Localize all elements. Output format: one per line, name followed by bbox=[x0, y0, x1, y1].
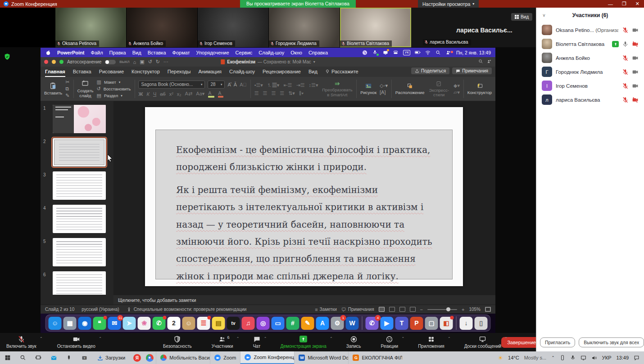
volume-tray-icon[interactable] bbox=[591, 355, 597, 361]
microphone-status-icon[interactable] bbox=[372, 49, 378, 55]
subscript-icon[interactable]: x₂ bbox=[177, 91, 181, 97]
grow-font-icon[interactable]: А̂ bbox=[227, 82, 231, 87]
camera-icon[interactable] bbox=[632, 27, 639, 33]
apple-menu-icon[interactable] bbox=[45, 49, 51, 55]
caret-up-icon[interactable]: ⌃ bbox=[99, 337, 102, 341]
video-tile[interactable]: Oksana Petinova bbox=[55, 8, 127, 47]
font-color-button[interactable]: А bbox=[218, 90, 223, 98]
toolbar-micoff-button[interactable]: ⌃Включить звук bbox=[6, 336, 36, 349]
language-indicator[interactable]: УКР bbox=[602, 355, 612, 360]
camera-icon[interactable] bbox=[632, 83, 639, 89]
pinned-app-icon[interactable] bbox=[61, 351, 77, 364]
caret-up-icon[interactable]: ⌃ bbox=[236, 337, 240, 341]
character-spacing-icon[interactable]: А⇄ bbox=[185, 91, 193, 97]
search-icon[interactable] bbox=[478, 59, 483, 65]
zoom-out-button[interactable]: − bbox=[420, 307, 423, 312]
menubar-menu-Сервис[interactable]: Сервис bbox=[236, 50, 253, 55]
cut-icon[interactable]: ✂ bbox=[65, 79, 69, 85]
toolbar-smile-button[interactable]: ⌃Реакции bbox=[381, 336, 399, 349]
font-size-select[interactable]: 28▾ bbox=[208, 81, 225, 89]
align-center-icon[interactable]: ☰ bbox=[263, 90, 268, 96]
copy-icon[interactable]: ⧉ bbox=[65, 86, 69, 92]
language-indicator[interactable]: русский (Украина) bbox=[82, 307, 119, 312]
display-status-icon[interactable] bbox=[382, 49, 388, 55]
slide-thumbnail-6[interactable] bbox=[53, 271, 106, 295]
camera-off-icon[interactable] bbox=[632, 41, 639, 47]
arrange-button[interactable]: Расположение bbox=[395, 83, 425, 95]
bullets-icon[interactable]: •☰▾ bbox=[254, 82, 263, 88]
video-tile[interactable]: Ігор Семенов bbox=[198, 8, 269, 47]
decrease-indent-icon[interactable]: ⇤☰ bbox=[283, 82, 292, 88]
dock-apple-tv-icon[interactable]: tv bbox=[227, 317, 240, 330]
dock-photos-icon[interactable]: ❀ bbox=[138, 317, 151, 330]
tab-Вид[interactable]: Вид bbox=[308, 69, 317, 77]
menubar-menu-Правка[interactable]: Правка bbox=[109, 50, 126, 55]
menubar-menu-Слайд-шоу[interactable]: Слайд-шоу bbox=[259, 50, 284, 55]
increase-indent-icon[interactable]: ⇥☰ bbox=[296, 82, 304, 88]
new-slide-button[interactable]: Создать слайд bbox=[77, 80, 93, 98]
zoom-in-button[interactable]: + bbox=[462, 307, 464, 312]
zoom-traffic-light[interactable] bbox=[59, 60, 63, 64]
camera-icon[interactable] bbox=[632, 69, 639, 75]
taskbar-clock[interactable]: 13:49 bbox=[616, 355, 629, 360]
bold-icon[interactable]: Ж bbox=[138, 91, 143, 97]
notes-toggle[interactable]: ≡Заметки bbox=[315, 307, 337, 312]
chrome-icon[interactable] bbox=[143, 351, 156, 364]
tab-Рисование[interactable]: Рисование bbox=[99, 69, 124, 77]
caret-up-icon[interactable]: ⌃ bbox=[504, 337, 508, 341]
slide[interactable]: Екофемінізм - це феміністична філософія … bbox=[145, 107, 463, 286]
shrink-font-icon[interactable]: А̌ bbox=[234, 82, 237, 87]
dock-viber-icon[interactable]: ✆4 bbox=[366, 317, 379, 330]
fit-to-window-icon[interactable] bbox=[485, 307, 491, 312]
dock-teams-icon[interactable]: T bbox=[395, 317, 408, 330]
paste-button[interactable]: Вставить bbox=[44, 82, 62, 95]
control-center-icon[interactable] bbox=[393, 49, 399, 55]
normal-view-icon[interactable] bbox=[379, 307, 385, 312]
participant-row[interactable]: ллариса Васильєва bbox=[536, 93, 644, 107]
slide-thumbnail-3[interactable] bbox=[53, 171, 106, 200]
muted-mic-icon[interactable] bbox=[622, 55, 629, 61]
shape-outline-icon[interactable]: ▱▾ bbox=[454, 90, 460, 95]
align-right-icon[interactable]: ☰ bbox=[271, 90, 276, 96]
menubar-menu-Файл[interactable]: Файл bbox=[91, 50, 103, 55]
dock-facetime-icon[interactable]: ✆ bbox=[153, 317, 166, 330]
tab-Конструктор[interactable]: Конструктор bbox=[132, 69, 160, 77]
dock-powerpoint-icon[interactable]: P bbox=[410, 317, 423, 330]
video-tile[interactable]: Віолетта Світлакова bbox=[340, 8, 411, 47]
reset-button[interactable]: ↺Восстановить bbox=[97, 86, 131, 92]
dock-safari-icon[interactable]: ◉ bbox=[78, 317, 91, 330]
reading-view-icon[interactable] bbox=[399, 307, 405, 312]
dock-mail-icon[interactable]: ✉11 bbox=[108, 317, 121, 330]
tab-Вставка[interactable]: Вставка bbox=[73, 69, 91, 77]
menubar-menu-Упорядочение[interactable]: Упорядочение bbox=[196, 50, 229, 55]
underline-icon[interactable]: Ч bbox=[153, 91, 156, 97]
text-direction-icon[interactable]: ⇅▾ bbox=[288, 90, 295, 96]
justify-icon[interactable]: ☰ bbox=[280, 90, 284, 96]
menubar-menu-Вид[interactable]: Вид bbox=[132, 50, 141, 55]
tab-tell-me[interactable]: Расскажите bbox=[325, 69, 358, 77]
taskbar-window-microsoft-word-doc-[interactable]: WMicrosoft Word Doc... bbox=[294, 351, 348, 364]
slide-thumbnail-5[interactable] bbox=[53, 238, 106, 266]
redo-icon[interactable]: ↻ bbox=[156, 59, 160, 65]
weather-text[interactable]: Mostly s... bbox=[524, 355, 547, 360]
superscript-icon[interactable]: x² bbox=[169, 91, 173, 97]
hidden-icons-chevron[interactable]: ⌃ bbox=[551, 355, 555, 360]
keyboard-layout-badge[interactable]: УК bbox=[403, 50, 410, 55]
view-settings-button[interactable]: Настройки просмотра ▾ bbox=[418, 0, 479, 8]
viber-status-icon[interactable] bbox=[362, 49, 367, 55]
participant-row[interactable]: ІІгор Семенов bbox=[536, 79, 644, 93]
slide-sorter-view-icon[interactable] bbox=[389, 307, 395, 312]
pinned-app2-icon[interactable]: w bbox=[77, 351, 92, 364]
start-button[interactable] bbox=[0, 351, 15, 364]
video-tile-active-speaker[interactable]: лариса Васильє... лариса Васильєва Вид bbox=[411, 8, 536, 47]
menubar-app-name[interactable]: PowerPoint bbox=[57, 50, 85, 55]
dock-trash-icon[interactable]: ▯ bbox=[475, 317, 488, 330]
dock-calendar-icon[interactable]: 2 bbox=[168, 317, 181, 330]
video-tile[interactable]: Городнюк Людмила bbox=[269, 8, 340, 47]
change-case-icon[interactable]: Аа▾ bbox=[196, 91, 204, 97]
weather-icon[interactable]: ☀ bbox=[498, 355, 503, 361]
participant-row[interactable]: Анжела Бойко bbox=[536, 51, 644, 65]
caret-up-icon[interactable]: ⌃ bbox=[330, 337, 333, 341]
dock-notes-icon[interactable]: ▤ bbox=[212, 317, 225, 330]
spotlight-search-icon[interactable] bbox=[435, 49, 441, 55]
